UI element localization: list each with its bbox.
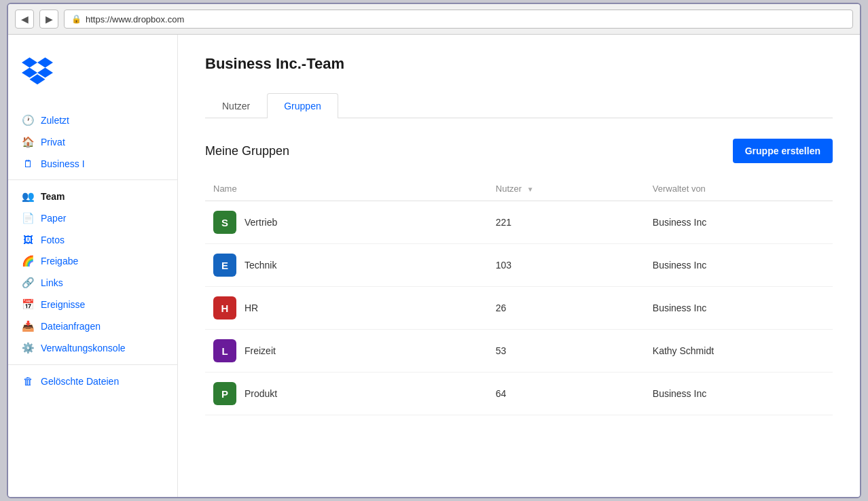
- paper-icon: 📄: [22, 212, 34, 224]
- url-bar[interactable]: 🔒 https://www.dropbox.com: [64, 10, 853, 29]
- group-verwaltet-3: Kathy Schmidt: [645, 330, 833, 373]
- file-requests-icon: 📥: [22, 320, 34, 332]
- col-header-name: Name: [205, 177, 488, 201]
- sidebar-item-team[interactable]: 👥 Team: [8, 186, 177, 207]
- group-nutzer-2: 26: [488, 287, 645, 330]
- group-nutzer-1: 103: [488, 244, 645, 287]
- group-name-4: Produkt: [245, 388, 277, 399]
- tab-users[interactable]: Nutzer: [205, 93, 267, 118]
- sidebar-item-deleted-label: Gelöschte Dateien: [41, 376, 119, 387]
- section-title: Meine Gruppen: [205, 144, 289, 158]
- sidebar-item-paper-label: Paper: [41, 213, 66, 224]
- group-name-2: HR: [245, 303, 258, 313]
- sidebar-item-business-label: Business I: [41, 158, 85, 169]
- back-button[interactable]: ◀: [15, 10, 34, 29]
- photos-icon: 🖼: [22, 234, 34, 245]
- team-icon: 👥: [22, 190, 34, 203]
- sidebar-item-file-requests-label: Dateianfragen: [41, 321, 101, 332]
- group-name-0: Vertrieb: [245, 217, 277, 228]
- sidebar-item-file-requests[interactable]: 📥 Dateianfragen: [8, 315, 177, 337]
- clock-icon: 🕐: [22, 114, 34, 126]
- group-name-cell-3: L Freizeit: [205, 330, 488, 373]
- trash-icon: 🗑: [22, 375, 34, 387]
- group-verwaltet-4: Business Inc: [645, 373, 833, 415]
- sidebar: 🕐 Zuletzt 🏠 Privat 🗒 Business I 👥 Team: [8, 35, 178, 497]
- sidebar-item-private[interactable]: 🏠 Privat: [8, 131, 177, 153]
- group-name-3: Freizeit: [245, 345, 276, 356]
- sidebar-divider-1: [8, 179, 177, 180]
- sidebar-item-links-label: Links: [41, 277, 63, 288]
- sidebar-tools-section: 👥 Team 📄 Paper 🖼 Fotos 🌈 Freigabe 🔗: [8, 186, 177, 359]
- create-group-button[interactable]: Gruppe erstellen: [733, 139, 833, 163]
- group-name-cell-2: H HR: [205, 287, 488, 330]
- share-icon: 🌈: [22, 255, 34, 267]
- dropbox-logo: [22, 55, 53, 86]
- home-icon: 🏠: [22, 136, 34, 148]
- page-title: Business Inc.-Team: [205, 55, 833, 73]
- lock-icon: 🔒: [71, 14, 82, 24]
- group-name-1: Technik: [245, 260, 276, 271]
- col-header-nutzer[interactable]: Nutzer ▼: [488, 177, 645, 201]
- group-verwaltet-1: Business Inc: [645, 244, 833, 287]
- group-avatar-4: P: [213, 382, 236, 405]
- url-text: https://www.dropbox.com: [86, 14, 184, 24]
- sidebar-item-admin[interactable]: ⚙️ Verwaltungskonsole: [8, 337, 177, 359]
- sidebar-item-recent-label: Zuletzt: [41, 115, 69, 126]
- app-layout: 🕐 Zuletzt 🏠 Privat 🗒 Business I 👥 Team: [8, 35, 860, 497]
- sidebar-item-private-label: Privat: [41, 137, 65, 148]
- group-nutzer-3: 53: [488, 330, 645, 373]
- groups-tbody: S Vertrieb 221 Business Inc E Technik 10…: [205, 201, 833, 415]
- sidebar-item-share-label: Freigabe: [41, 256, 78, 266]
- section-header: Meine Gruppen Gruppe erstellen: [205, 139, 833, 163]
- group-verwaltet-0: Business Inc: [645, 201, 833, 244]
- sidebar-item-admin-label: Verwaltungskonsole: [41, 343, 126, 353]
- table-row[interactable]: P Produkt 64 Business Inc: [205, 373, 833, 415]
- group-name-cell-4: P Produkt: [205, 373, 488, 415]
- group-name-cell-0: S Vertrieb: [205, 201, 488, 244]
- sidebar-item-paper[interactable]: 📄 Paper: [8, 207, 177, 229]
- group-verwaltet-2: Business Inc: [645, 287, 833, 330]
- col-header-verwaltet: Verwaltet von: [645, 177, 833, 201]
- group-nutzer-4: 64: [488, 373, 645, 415]
- sort-icon: ▼: [527, 186, 534, 193]
- group-nutzer-0: 221: [488, 201, 645, 244]
- table-row[interactable]: E Technik 103 Business Inc: [205, 244, 833, 287]
- sidebar-item-events[interactable]: 📅 Ereignisse: [8, 294, 177, 315]
- logo-area: [8, 48, 177, 109]
- sidebar-item-photos[interactable]: 🖼 Fotos: [8, 229, 177, 250]
- group-avatar-2: H: [213, 296, 236, 319]
- tabs: Nutzer Gruppen: [205, 93, 833, 118]
- admin-icon: ⚙️: [22, 342, 34, 354]
- table-header: Name Nutzer ▼ Verwaltet von: [205, 177, 833, 201]
- sidebar-divider-2: [8, 364, 177, 365]
- group-avatar-3: L: [213, 339, 236, 362]
- briefcase-icon: 🗒: [22, 158, 34, 169]
- events-icon: 📅: [22, 298, 34, 311]
- sidebar-nav-section: 🕐 Zuletzt 🏠 Privat 🗒 Business I: [8, 109, 177, 174]
- table-row[interactable]: S Vertrieb 221 Business Inc: [205, 201, 833, 244]
- forward-button[interactable]: ▶: [39, 10, 58, 29]
- group-avatar-0: S: [213, 211, 236, 234]
- sidebar-item-links[interactable]: 🔗 Links: [8, 272, 177, 294]
- groups-table: Name Nutzer ▼ Verwaltet von: [205, 177, 833, 415]
- main-content: Business Inc.-Team Nutzer Gruppen Meine …: [178, 35, 860, 497]
- tab-groups[interactable]: Gruppen: [267, 93, 338, 118]
- group-name-cell-1: E Technik: [205, 244, 488, 287]
- sidebar-item-deleted[interactable]: 🗑 Gelöschte Dateien: [8, 370, 177, 392]
- sidebar-item-recent[interactable]: 🕐 Zuletzt: [8, 109, 177, 131]
- table-row[interactable]: H HR 26 Business Inc: [205, 287, 833, 330]
- sidebar-bottom-section: 🗑 Gelöschte Dateien: [8, 370, 177, 392]
- group-avatar-1: E: [213, 254, 236, 277]
- links-icon: 🔗: [22, 277, 34, 289]
- sidebar-item-share[interactable]: 🌈 Freigabe: [8, 250, 177, 272]
- sidebar-item-team-label: Team: [41, 191, 65, 202]
- browser-window: ◀ ▶ 🔒 https://www.dropbox.com: [7, 3, 861, 498]
- sidebar-item-business[interactable]: 🗒 Business I: [8, 153, 177, 174]
- browser-toolbar: ◀ ▶ 🔒 https://www.dropbox.com: [8, 4, 860, 35]
- sidebar-item-photos-label: Fotos: [41, 235, 65, 245]
- table-row[interactable]: L Freizeit 53 Kathy Schmidt: [205, 330, 833, 373]
- sidebar-item-events-label: Ereignisse: [41, 299, 85, 310]
